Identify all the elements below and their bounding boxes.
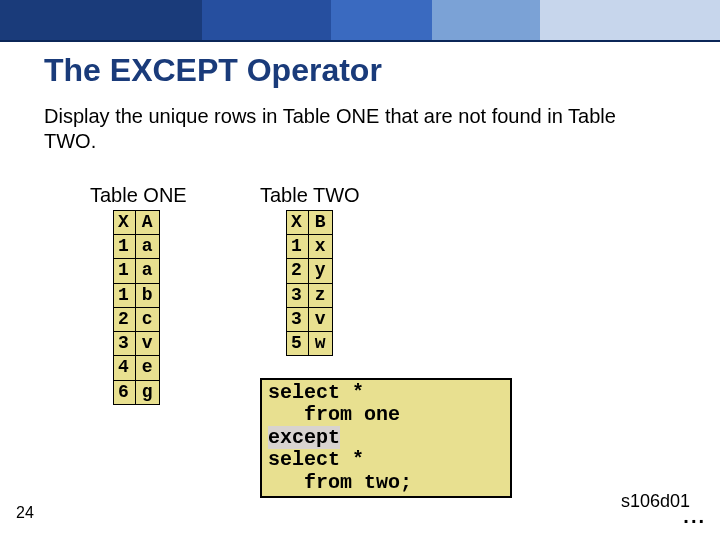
header-banner (0, 0, 720, 42)
cell: 3 (287, 307, 309, 331)
table-row: 4e (114, 356, 160, 380)
cell: b (135, 283, 159, 307)
cell: 2 (114, 307, 136, 331)
cell: v (308, 307, 332, 331)
cell: B (308, 211, 332, 235)
sql-line: select * (268, 381, 364, 404)
table-row: 6g (114, 380, 160, 404)
table-row: XB (287, 211, 333, 235)
cell: 2 (287, 259, 309, 283)
slide: The EXCEPT Operator Display the unique r… (0, 0, 720, 540)
table-row: 1a (114, 259, 160, 283)
cell: a (135, 259, 159, 283)
sql-line: from one (268, 403, 400, 426)
ellipsis-icon: ... (683, 505, 706, 528)
table-two-label: Table TWO (260, 184, 360, 207)
cell: x (308, 235, 332, 259)
cell: v (135, 332, 159, 356)
table-row: 2y (287, 259, 333, 283)
cell: 1 (114, 259, 136, 283)
table-one: XA 1a 1a 1b 2c 3v 4e 6g (113, 210, 160, 405)
slide-description: Display the unique rows in Table ONE tha… (44, 104, 660, 154)
slide-id: s106d01 (621, 491, 690, 512)
cell: e (135, 356, 159, 380)
cell: 1 (114, 283, 136, 307)
table-row: 1a (114, 235, 160, 259)
slide-title: The EXCEPT Operator (44, 52, 382, 89)
table-row: XA (114, 211, 160, 235)
cell: z (308, 283, 332, 307)
table-row: 3z (287, 283, 333, 307)
cell: 3 (287, 283, 309, 307)
cell: c (135, 307, 159, 331)
cell: w (308, 332, 332, 356)
table-row: 3v (114, 332, 160, 356)
cell: 3 (114, 332, 136, 356)
cell: X (287, 211, 309, 235)
sql-keyword-except: except (268, 426, 340, 449)
cell: y (308, 259, 332, 283)
table-row: 1b (114, 283, 160, 307)
table-row: 3v (287, 307, 333, 331)
cell: 1 (287, 235, 309, 259)
table-row: 5w (287, 332, 333, 356)
cell: a (135, 235, 159, 259)
table-two: XB 1x 2y 3z 3v 5w (286, 210, 333, 356)
sql-line: select * (268, 448, 364, 471)
cell: g (135, 380, 159, 404)
cell: 6 (114, 380, 136, 404)
table-row: 2c (114, 307, 160, 331)
sql-line: from two; (268, 471, 412, 494)
cell: X (114, 211, 136, 235)
cell: 1 (114, 235, 136, 259)
table-row: 1x (287, 235, 333, 259)
cell: A (135, 211, 159, 235)
page-number: 24 (16, 504, 34, 522)
table-one-label: Table ONE (90, 184, 187, 207)
cell: 5 (287, 332, 309, 356)
sql-code-box: select * from one except select * from t… (260, 378, 512, 498)
cell: 4 (114, 356, 136, 380)
